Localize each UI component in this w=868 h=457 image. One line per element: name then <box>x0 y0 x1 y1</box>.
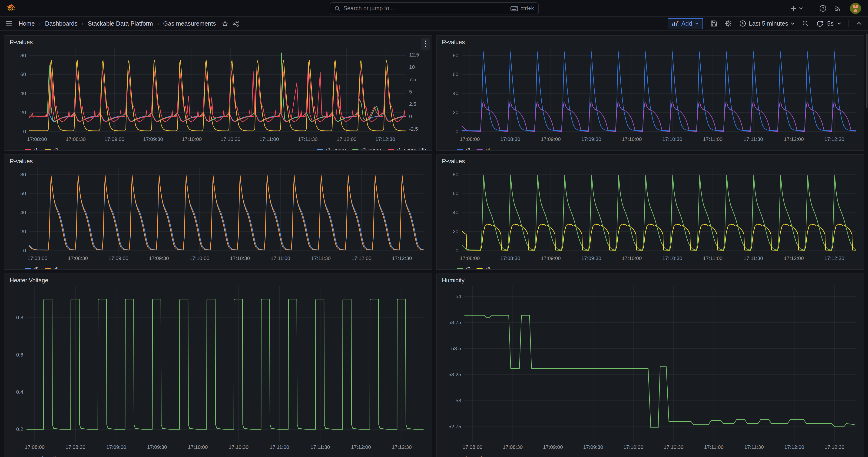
panel-legend: humidity <box>441 454 859 457</box>
panel-menu-kebab-icon[interactable] <box>421 38 430 50</box>
legend-label: r1_score_lttb <box>397 147 426 151</box>
star-icon[interactable] <box>222 20 228 27</box>
legend-swatch <box>477 149 483 151</box>
svg-text:17:08:30: 17:08:30 <box>66 444 86 450</box>
svg-text:10: 10 <box>409 64 415 70</box>
panel-title: Humidity <box>442 277 464 284</box>
legend-item-r5[interactable]: r5 <box>25 266 38 270</box>
panel-r-values-2: R-values17:08:0017:08:3017:09:0017:09:30… <box>436 35 864 151</box>
legend-item-humidity[interactable]: humidity <box>457 455 485 457</box>
legend-swatch <box>44 149 51 151</box>
clock-icon <box>739 20 746 27</box>
add-button[interactable]: Add <box>668 18 703 29</box>
panel-legend: r5r6 <box>9 265 427 270</box>
chart-humidity[interactable]: 17:08:0017:08:3017:09:0017:09:3017:10:00… <box>441 286 859 452</box>
panel-header[interactable]: R-values <box>9 38 427 48</box>
svg-text:80: 80 <box>453 172 458 178</box>
svg-text:40: 40 <box>453 90 458 96</box>
legend-label: r6 <box>54 266 58 270</box>
svg-text:17:09:30: 17:09:30 <box>147 444 167 450</box>
legend-item-r7[interactable]: r7 <box>457 266 470 270</box>
svg-text:17:12:00: 17:12:00 <box>337 136 356 142</box>
legend-item-r2_score[interactable]: r2_score <box>352 147 381 151</box>
legend-item-r3[interactable]: r3 <box>457 147 470 151</box>
search-input[interactable]: Search or jump to... ctrl+k <box>330 2 538 14</box>
add-panel-icon <box>672 21 679 27</box>
breadcrumb-dashboards[interactable]: Dashboards <box>45 20 78 27</box>
series-heatervoltage <box>27 299 427 429</box>
save-dashboard-icon[interactable] <box>710 20 717 27</box>
svg-text:17:08:00: 17:08:00 <box>25 444 44 450</box>
chart-r-values-1[interactable]: 17:08:0017:08:3017:09:0017:09:3017:10:00… <box>9 48 427 144</box>
chart-heater-voltage[interactable]: 17:08:0017:08:3017:09:0017:09:3017:10:00… <box>9 286 427 452</box>
svg-text:17:11:30: 17:11:30 <box>743 136 763 142</box>
panel-r-values-3: R-values17:08:0017:08:3017:09:0017:09:30… <box>4 154 432 270</box>
scrollbar-thumb[interactable] <box>866 33 868 108</box>
panel-header[interactable]: R-values <box>441 157 859 167</box>
zoom-out-icon[interactable] <box>802 20 809 27</box>
legend-item-r4[interactable]: r4 <box>477 147 490 151</box>
svg-text:0: 0 <box>455 248 458 253</box>
panel-header[interactable]: R-values <box>441 38 859 48</box>
chart-r-values-3[interactable]: 17:08:0017:08:3017:09:0017:09:3017:10:00… <box>9 167 427 263</box>
svg-text:7.5: 7.5 <box>409 77 416 82</box>
user-avatar[interactable] <box>850 3 861 14</box>
svg-text:?: ? <box>822 6 824 10</box>
legend-item-r1[interactable]: r1 <box>25 147 38 151</box>
chart-r-values-2[interactable]: 17:08:0017:08:3017:09:0017:09:3017:10:00… <box>441 48 859 144</box>
svg-text:60: 60 <box>21 71 26 77</box>
panel-header[interactable]: R-values <box>9 157 427 167</box>
breadcrumb-home[interactable]: Home <box>19 20 35 27</box>
series-r2_score <box>29 53 404 122</box>
legend-item-r1_score[interactable]: r1_score <box>317 147 346 151</box>
refresh-button[interactable]: 5s <box>817 20 841 27</box>
dashboard-grid: R-values17:08:0017:08:3017:09:0017:09:30… <box>0 31 868 457</box>
menu-hamburger-icon[interactable] <box>5 20 12 27</box>
legend-item-r8[interactable]: r8 <box>477 266 490 270</box>
legend-item-heatervoltage[interactable]: heatervoltage <box>25 455 64 457</box>
news-rss-icon[interactable] <box>835 4 842 12</box>
legend-label: r4 <box>486 147 490 151</box>
panel-legend: heatervoltage <box>9 454 427 457</box>
series-r1_score_lttb <box>29 62 404 122</box>
time-range-picker[interactable]: Last 5 minutes <box>739 20 795 27</box>
breadcrumb-current: Gas measurements <box>163 20 216 27</box>
dashboard-settings-gear-icon[interactable] <box>724 20 732 27</box>
svg-text:0.4: 0.4 <box>16 389 23 395</box>
legend-swatch <box>352 149 359 151</box>
panel-heater-voltage: Heater Voltage17:08:0017:08:3017:09:0017… <box>4 274 432 457</box>
legend-swatch <box>457 268 463 270</box>
svg-text:60: 60 <box>453 190 458 196</box>
new-button[interactable] <box>790 5 803 11</box>
breadcrumb-folder[interactable]: Stackable Data Platform <box>88 20 153 27</box>
svg-text:40: 40 <box>453 210 458 215</box>
svg-text:17:08:30: 17:08:30 <box>503 444 523 450</box>
legend-item-r2[interactable]: r2 <box>44 147 58 151</box>
svg-text:17:12:30: 17:12:30 <box>392 444 412 450</box>
grafana-logo-icon[interactable] <box>6 3 16 13</box>
series-r8 <box>461 224 859 250</box>
chart-r-values-4[interactable]: 17:08:0017:08:3017:09:0017:09:3017:10:00… <box>441 167 859 263</box>
share-icon[interactable] <box>233 20 239 27</box>
panel-header[interactable]: Heater Voltage <box>9 276 427 286</box>
help-icon[interactable]: ? <box>819 4 827 12</box>
svg-text:53.25: 53.25 <box>448 372 461 377</box>
svg-text:0: 0 <box>455 129 458 134</box>
series-r2 <box>29 60 417 131</box>
svg-text:17:12:00: 17:12:00 <box>784 136 804 142</box>
svg-text:17:11:30: 17:11:30 <box>744 444 764 450</box>
refresh-interval: 5s <box>827 20 834 27</box>
svg-text:17:11:30: 17:11:30 <box>311 255 331 261</box>
panel-header[interactable]: Humidity <box>441 276 859 286</box>
svg-text:-2.5: -2.5 <box>409 126 418 132</box>
svg-text:17:10:30: 17:10:30 <box>221 136 241 142</box>
svg-text:53: 53 <box>455 398 461 403</box>
svg-text:17:09:00: 17:09:00 <box>541 136 561 142</box>
collapse-toolbar-chevron-up-icon[interactable] <box>857 22 862 25</box>
svg-text:17:10:00: 17:10:00 <box>182 136 202 142</box>
legend-item-r6[interactable]: r6 <box>44 266 58 270</box>
legend-swatch <box>44 268 51 270</box>
svg-text:17:11:30: 17:11:30 <box>298 136 317 142</box>
legend-item-r1_score_lttb[interactable]: r1_score_lttb <box>388 147 426 151</box>
divider <box>811 4 811 12</box>
